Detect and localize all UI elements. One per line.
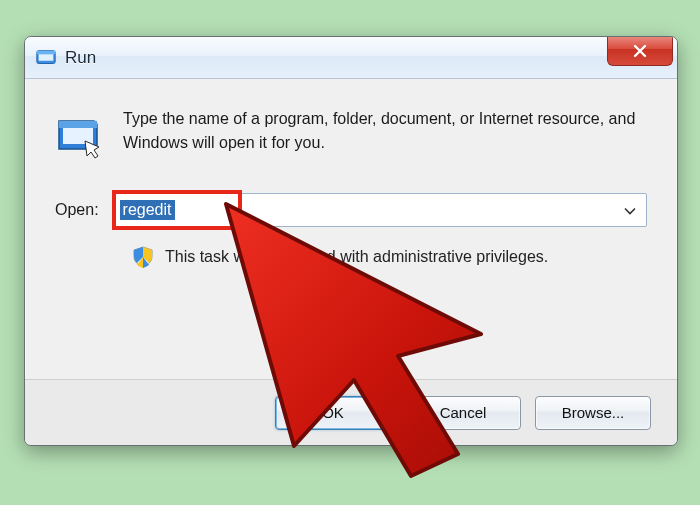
- svg-rect-4: [59, 121, 97, 128]
- close-button[interactable]: [607, 36, 673, 66]
- run-dialog-window: Run Type the name of a program, folder, …: [24, 36, 678, 446]
- button-bar: OK Cancel Browse...: [25, 379, 677, 445]
- uac-shield-icon: [131, 245, 155, 269]
- titlebar[interactable]: Run: [25, 37, 677, 79]
- open-combobox[interactable]: regedit: [113, 193, 647, 227]
- run-app-icon: [35, 47, 57, 69]
- close-icon: [632, 43, 648, 59]
- open-input-value: regedit: [120, 200, 175, 220]
- svg-rect-1: [39, 53, 54, 60]
- ok-button[interactable]: OK: [275, 396, 391, 430]
- cancel-button[interactable]: Cancel: [405, 396, 521, 430]
- window-title: Run: [65, 48, 96, 68]
- chevron-down-icon[interactable]: [624, 202, 636, 219]
- privilege-note: This task will be created with administr…: [165, 248, 548, 266]
- dialog-description: Type the name of a program, folder, docu…: [123, 107, 647, 155]
- open-label: Open:: [55, 201, 99, 219]
- run-large-icon: [55, 111, 103, 159]
- dialog-content: Type the name of a program, folder, docu…: [25, 79, 677, 269]
- svg-rect-2: [37, 50, 55, 54]
- browse-button[interactable]: Browse...: [535, 396, 651, 430]
- svg-rect-3: [63, 126, 93, 144]
